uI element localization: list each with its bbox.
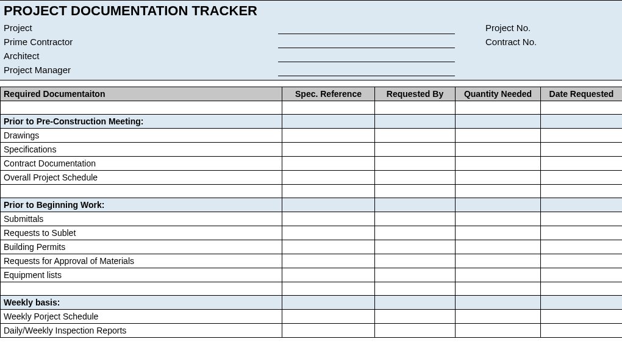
table-cell[interactable]: [375, 171, 456, 185]
table-cell[interactable]: [282, 310, 375, 324]
table-cell[interactable]: [282, 296, 375, 310]
input-line-project-manager[interactable]: [278, 65, 455, 76]
table-cell[interactable]: [456, 143, 541, 157]
table-cell[interactable]: [375, 185, 456, 198]
table-cell[interactable]: [541, 282, 623, 296]
table-cell[interactable]: [375, 324, 456, 338]
table-cell[interactable]: [282, 157, 375, 171]
table-cell[interactable]: [375, 296, 456, 310]
table-cell[interactable]: [375, 129, 456, 143]
table-cell[interactable]: [456, 129, 541, 143]
doc-name-cell: Submittals: [1, 212, 282, 226]
doc-name-cell: Specifications: [1, 143, 282, 157]
table-cell[interactable]: [456, 171, 541, 185]
table-cell[interactable]: [456, 198, 541, 212]
table-cell[interactable]: [456, 268, 541, 282]
table-cell[interactable]: [541, 240, 623, 254]
table-cell[interactable]: [282, 324, 375, 338]
table-cell[interactable]: [282, 226, 375, 240]
input-line-prime-contractor[interactable]: [278, 37, 455, 48]
table-cell[interactable]: [541, 185, 623, 198]
doc-name-cell: Building Permits: [1, 240, 282, 254]
table-cell[interactable]: [456, 157, 541, 171]
table-cell[interactable]: [541, 157, 623, 171]
table-cell[interactable]: [375, 254, 456, 268]
table-row: Specifications: [1, 143, 623, 157]
table-cell[interactable]: [541, 143, 623, 157]
table-cell[interactable]: [282, 240, 375, 254]
table-cell[interactable]: [375, 268, 456, 282]
table-cell[interactable]: [456, 324, 541, 338]
label-contract-no: Contract No.: [461, 37, 620, 48]
table-cell[interactable]: [541, 310, 623, 324]
table-cell[interactable]: [375, 310, 456, 324]
table-cell[interactable]: [282, 254, 375, 268]
table-cell[interactable]: [541, 171, 623, 185]
table-cell[interactable]: [541, 115, 623, 129]
page-title: PROJECT DOCUMENTATION TRACKER: [4, 3, 618, 19]
table-cell[interactable]: [541, 101, 623, 115]
table-cell[interactable]: [282, 143, 375, 157]
table-cell[interactable]: [1, 101, 282, 115]
table-cell[interactable]: [541, 129, 623, 143]
table-cell[interactable]: [375, 115, 456, 129]
input-line-project[interactable]: [278, 23, 455, 34]
table-cell[interactable]: [1, 282, 282, 296]
doc-name-cell: Contract Documentation: [1, 157, 282, 171]
table-cell[interactable]: [282, 282, 375, 296]
table-cell[interactable]: [541, 324, 623, 338]
table-cell[interactable]: [456, 310, 541, 324]
doc-name-cell: Overall Project Schedule: [1, 171, 282, 185]
table-cell[interactable]: [282, 268, 375, 282]
table-header-row: Required Documentaiton Spec. Reference R…: [1, 87, 623, 101]
table-cell[interactable]: [456, 212, 541, 226]
input-line-architect[interactable]: [278, 51, 455, 62]
documentation-table: Required Documentaiton Spec. Reference R…: [0, 87, 622, 338]
table-cell[interactable]: [456, 185, 541, 198]
separator-row: [1, 185, 623, 198]
table-cell[interactable]: [456, 240, 541, 254]
label-prime-contractor: Prime Contractor: [4, 35, 278, 48]
table-cell[interactable]: [541, 296, 623, 310]
section-heading: Prior to Beginning Work:: [1, 198, 282, 212]
table-cell[interactable]: [456, 282, 541, 296]
table-row: Requests to Sublet: [1, 226, 623, 240]
table-cell[interactable]: [375, 240, 456, 254]
section-heading-row: Prior to Pre-Construction Meeting:: [1, 115, 623, 129]
table-cell[interactable]: [1, 185, 282, 198]
table-cell[interactable]: [456, 226, 541, 240]
col-header-quantity: Quantity Needed: [456, 87, 541, 101]
table-cell[interactable]: [375, 143, 456, 157]
spacer: [0, 80, 622, 87]
table-cell[interactable]: [282, 198, 375, 212]
table-cell[interactable]: [541, 268, 623, 282]
table-cell[interactable]: [456, 115, 541, 129]
table-cell[interactable]: [456, 254, 541, 268]
table-cell[interactable]: [282, 171, 375, 185]
table-cell[interactable]: [282, 185, 375, 198]
table-cell[interactable]: [375, 198, 456, 212]
col-header-requested-by: Requested By: [375, 87, 456, 101]
table-cell[interactable]: [282, 212, 375, 226]
table-cell[interactable]: [282, 115, 375, 129]
table-cell[interactable]: [541, 198, 623, 212]
empty: [461, 75, 620, 76]
doc-name-cell: Requests for Approval of Materials: [1, 254, 282, 268]
table-cell[interactable]: [541, 212, 623, 226]
section-heading-row: Weekly basis:: [1, 296, 623, 310]
table-cell[interactable]: [375, 212, 456, 226]
table-cell[interactable]: [456, 101, 541, 115]
table-row: Equipment lists: [1, 268, 623, 282]
table-cell[interactable]: [375, 157, 456, 171]
table-cell[interactable]: [375, 282, 456, 296]
table-row: Contract Documentation: [1, 157, 623, 171]
table-cell[interactable]: [456, 296, 541, 310]
table-cell[interactable]: [541, 254, 623, 268]
table-cell[interactable]: [375, 101, 456, 115]
table-cell[interactable]: [282, 129, 375, 143]
separator-row: [1, 282, 623, 296]
table-cell[interactable]: [375, 226, 456, 240]
table-cell[interactable]: [541, 226, 623, 240]
table-cell[interactable]: [282, 101, 375, 115]
label-project: Project: [4, 21, 278, 34]
